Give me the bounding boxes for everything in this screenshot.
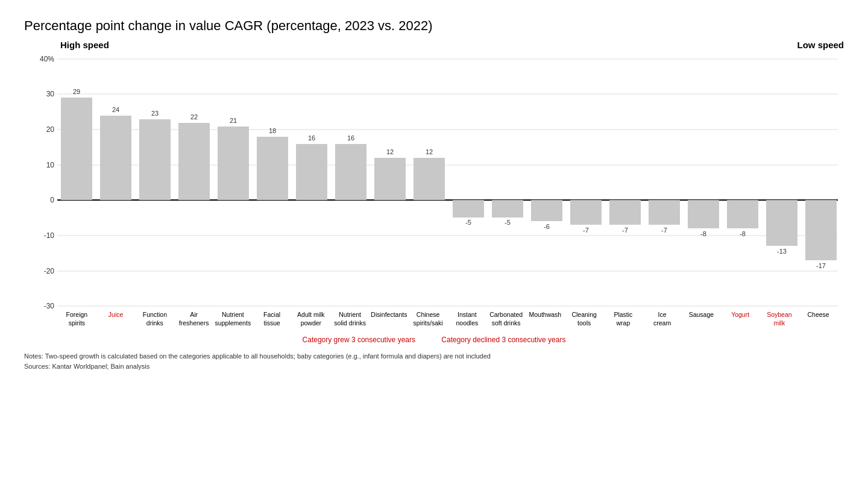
barval-3: 22 <box>190 113 198 120</box>
legend-grew: Category grew 3 consecutive years <box>303 336 415 344</box>
label-4: Nutrientsupplements <box>213 310 253 328</box>
chart-area: 40% 30 20 10 0 -10 -20 -30 29 <box>24 53 844 314</box>
bar-4 <box>218 127 249 200</box>
category-labels-area: Foreignspirits Juice Functiondrinks Airf… <box>24 310 844 328</box>
label-2: Functiondrinks <box>136 310 175 328</box>
barval-1: 24 <box>112 106 119 113</box>
label-16: Sausage <box>682 310 721 328</box>
title-normal: (percentage, 2023 vs. 2022) <box>263 18 432 33</box>
bar-5 <box>257 137 288 200</box>
bar-9 <box>414 158 445 200</box>
barval-18: -13 <box>777 248 787 255</box>
ylabel-neg30: -30 <box>44 302 55 310</box>
barval-10: -5 <box>465 219 471 226</box>
barval-4: 21 <box>230 117 237 124</box>
barval-2: 23 <box>151 110 159 117</box>
category-labels-row: Foreignspirits Juice Functiondrinks Airf… <box>57 310 838 328</box>
note-2: Sources: Kantar Worldpanel; Bain analysi… <box>24 361 844 372</box>
barval-0: 29 <box>73 88 80 95</box>
label-6: Adult milkpowder <box>292 310 331 328</box>
barval-11: -5 <box>505 219 511 226</box>
label-13: Cleaningtools <box>565 310 604 328</box>
note-1: Notes: Two-speed growth is calculated ba… <box>24 351 844 361</box>
bar-11 <box>492 200 523 217</box>
barval-12: -6 <box>544 223 550 230</box>
bar-3 <box>178 123 210 200</box>
label-5: Facialtissue <box>253 310 292 328</box>
barval-19: -17 <box>816 262 826 269</box>
bar-14 <box>609 200 641 225</box>
ylabel-30: 30 <box>46 90 55 98</box>
label-14: Plasticwrap <box>604 310 643 328</box>
bar-17 <box>727 200 758 228</box>
label-12: Mouthwash <box>526 310 565 328</box>
label-8: Disinfectants <box>370 310 409 328</box>
barval-9: 12 <box>426 148 433 155</box>
label-9: Chinesespirits/saki <box>409 310 448 328</box>
bar-13 <box>570 200 602 225</box>
bar-12 <box>531 200 562 221</box>
ylabel-0: 0 <box>50 196 54 204</box>
barval-6: 16 <box>308 134 315 142</box>
label-0: Foreignspirits <box>57 310 96 328</box>
barval-14: -7 <box>622 227 628 234</box>
barval-17: -8 <box>740 230 746 237</box>
page-title: Percentage point change in value CAGR (p… <box>24 18 844 34</box>
ylabel-20: 20 <box>46 125 55 134</box>
bar-0 <box>61 98 92 200</box>
bar-8 <box>374 158 406 200</box>
barval-16: -8 <box>700 230 706 237</box>
label-18: Soybeanmilk <box>760 310 799 328</box>
ylabel-neg10: -10 <box>44 231 55 240</box>
bar-chart: 40% 30 20 10 0 -10 -20 -30 29 <box>24 53 844 312</box>
label-19: Cheese <box>799 310 838 328</box>
legend: Category grew 3 consecutive years Catego… <box>24 336 844 344</box>
bar-15 <box>649 200 680 225</box>
bar-2 <box>139 119 171 200</box>
speed-labels: High speed Low speed <box>24 40 844 50</box>
barval-8: 12 <box>386 148 394 155</box>
bar-7 <box>335 144 366 200</box>
bar-10 <box>453 200 484 217</box>
label-7: Nutrientsolid drinks <box>330 310 370 328</box>
label-15: Icecream <box>643 310 682 328</box>
bar-19 <box>805 200 837 260</box>
bar-1 <box>100 116 131 200</box>
label-10: Instantnoodles <box>448 310 487 328</box>
barval-15: -7 <box>661 227 667 234</box>
bar-6 <box>296 144 327 200</box>
barval-7: 16 <box>347 134 354 142</box>
legend-declined: Category declined 3 consecutive years <box>441 336 565 344</box>
notes-section: Notes: Two-speed growth is calculated ba… <box>24 351 844 371</box>
label-17: Yogurt <box>721 310 760 328</box>
title-bold: Percentage point change in value CAGR <box>24 18 263 33</box>
label-3: Airfresheners <box>174 310 213 328</box>
bar-18 <box>766 200 797 246</box>
bar-16 <box>688 200 719 228</box>
high-speed-label: High speed <box>60 40 109 50</box>
label-11: Carbonatedsoft drinks <box>486 310 526 328</box>
ylabel-40: 40% <box>40 55 54 63</box>
label-1: Juice <box>96 310 136 328</box>
ylabel-neg20: -20 <box>44 267 55 275</box>
low-speed-label: Low speed <box>797 40 844 50</box>
barval-5: 18 <box>269 127 276 134</box>
barval-13: -7 <box>583 227 589 234</box>
ylabel-10: 10 <box>46 161 55 169</box>
